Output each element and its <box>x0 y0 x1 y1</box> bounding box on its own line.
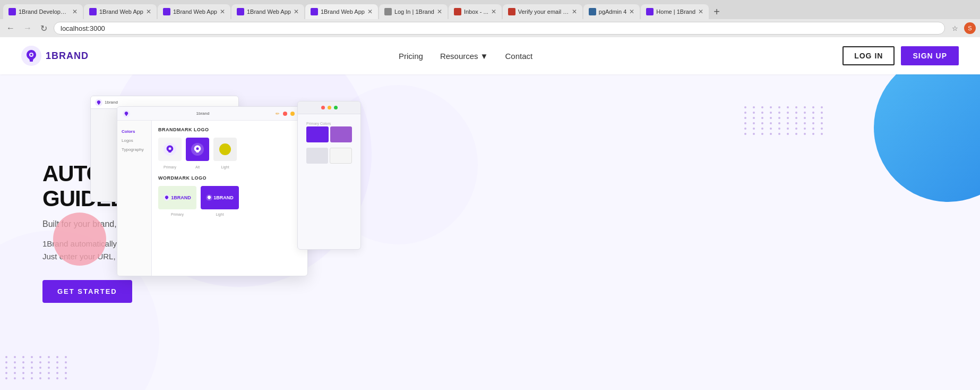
tab-close-icon[interactable]: ✕ <box>491 8 496 15</box>
bookmark-icon[interactable]: ☆ <box>949 22 961 34</box>
tab-favicon <box>237 8 244 15</box>
dot <box>39 377 41 379</box>
tab-close-icon[interactable]: ✕ <box>146 8 151 15</box>
browser-tab-t10[interactable]: Home | 1Brand ✕ <box>641 4 709 19</box>
dot <box>761 106 763 108</box>
back-button[interactable]: ← <box>4 22 17 34</box>
dot <box>812 133 814 135</box>
dot <box>804 106 806 108</box>
browser-tab-t5[interactable]: 1Brand Web App ✕ <box>305 4 378 19</box>
dot <box>744 117 746 119</box>
wordmark-logos-row: 1BRAND 1BRAND <box>158 186 301 209</box>
nav-actions: LOG IN SIGN UP <box>843 46 959 65</box>
dot <box>48 367 50 369</box>
dot <box>753 133 755 135</box>
dot <box>821 112 823 114</box>
dot <box>821 106 823 108</box>
brandmark-logos-row <box>158 138 301 161</box>
dot <box>22 372 24 374</box>
bg-window-title: 1brand <box>105 100 118 105</box>
brandmark-yellow-icon <box>219 143 231 155</box>
nav-pricing[interactable]: Pricing <box>399 52 423 61</box>
sidebar-typography[interactable]: Typography <box>122 145 147 154</box>
browser-tab-t1[interactable]: 1Brand Developme... ✕ <box>3 4 83 19</box>
browser-tab-t8[interactable]: Verify your email f... ✕ <box>503 4 582 19</box>
dot <box>744 112 746 114</box>
window-minimize-ctrl[interactable] <box>290 112 295 116</box>
dot <box>5 361 7 363</box>
dot <box>778 128 780 130</box>
browser-tab-t9[interactable]: pgAdmin 4 ✕ <box>583 4 640 19</box>
wordmark-label-primary: Primary <box>158 213 196 216</box>
logo-area[interactable]: 1BRAND <box>21 46 89 66</box>
dot <box>761 128 763 130</box>
dot <box>787 106 789 108</box>
dot-grid-top <box>744 106 826 135</box>
dot <box>812 117 814 119</box>
right-section-label: Primary Colors <box>302 118 356 126</box>
dot <box>761 122 763 124</box>
wordmark-primary: 1BRAND <box>158 186 196 209</box>
nav-contact[interactable]: Contact <box>505 52 532 61</box>
tab-close-icon[interactable]: ✕ <box>572 8 577 15</box>
browser-tab-t6[interactable]: Log In | 1Brand ✕ <box>379 4 448 19</box>
forward-button[interactable]: → <box>21 22 34 34</box>
dot <box>821 117 823 119</box>
tab-close-icon[interactable]: ✕ <box>367 8 373 15</box>
tab-close-icon[interactable]: ✕ <box>294 8 299 15</box>
browser-tab-t7[interactable]: Inbox - ... ✕ <box>449 4 502 19</box>
label-primary: Primary <box>158 165 182 169</box>
brandmark-primary-icon <box>164 143 176 156</box>
browser-tab-t3[interactable]: 1Brand Web App ✕ <box>158 4 230 19</box>
dot <box>804 117 806 119</box>
brandmark-logo-alt2 <box>213 138 237 161</box>
profile-icon[interactable]: S <box>964 22 976 34</box>
tab-close-icon[interactable]: ✕ <box>72 8 78 15</box>
window-close-ctrl[interactable] <box>283 112 287 116</box>
signup-button[interactable]: SIGN UP <box>901 46 959 65</box>
wordmark-section-title: WORDMARK LOGO <box>158 175 301 181</box>
dot <box>5 356 7 358</box>
main-window-title: 1brand <box>196 111 210 116</box>
brandmark-logo-alt <box>186 138 209 161</box>
dot <box>56 367 58 369</box>
reload-button[interactable]: ↻ <box>38 22 49 35</box>
dot <box>787 117 789 119</box>
browser-tabs-bar: 1Brand Developme... ✕ 1Brand Web App ✕ 1… <box>0 0 980 19</box>
hero-section: AUTOMATED BRAND GUIDELINES Built for you… <box>0 74 980 390</box>
small-logo-icon <box>95 99 102 106</box>
dot <box>770 122 772 124</box>
wordmark-with-icon: 1BRAND <box>164 194 191 201</box>
right-window-content: Primary Colors <box>298 114 360 170</box>
tab-close-icon[interactable]: ✕ <box>437 8 442 15</box>
sidebar-colors[interactable]: Colors <box>122 127 147 136</box>
dot <box>39 372 41 374</box>
dot <box>753 128 755 130</box>
browser-tab-t2[interactable]: 1Brand Web App ✕ <box>84 4 157 19</box>
dot <box>753 112 755 114</box>
sidebar-logos[interactable]: Logos <box>122 136 147 145</box>
dot <box>22 377 24 379</box>
address-bar[interactable]: localhost:3000 <box>54 22 945 35</box>
wordmark-label-light: Light <box>201 213 239 216</box>
nav-resources[interactable]: Resources ▼ <box>440 52 488 61</box>
dot <box>65 372 67 374</box>
login-button[interactable]: LOG IN <box>843 46 895 65</box>
tab-close-icon[interactable]: ✕ <box>220 8 225 15</box>
app-mockup: 1brand 1brand ✏ <box>85 90 350 303</box>
dot <box>48 377 50 379</box>
dot <box>14 372 16 374</box>
dot <box>5 367 7 369</box>
browser-tab-t4[interactable]: 1Brand Web App ✕ <box>231 4 304 19</box>
wordmark-icon-alt <box>206 194 212 201</box>
right-win-min <box>328 106 331 109</box>
dot <box>744 106 746 108</box>
tab-close-icon[interactable]: ✕ <box>629 8 634 15</box>
edit-icon[interactable]: ✏ <box>276 111 280 116</box>
tab-close-icon[interactable]: ✕ <box>698 8 703 15</box>
dot <box>821 128 823 130</box>
wordmark-alt: 1BRAND <box>201 186 239 209</box>
toolbar-icons: ☆ S <box>949 22 976 34</box>
new-tab-button[interactable]: + <box>709 4 724 19</box>
dot <box>39 367 41 369</box>
